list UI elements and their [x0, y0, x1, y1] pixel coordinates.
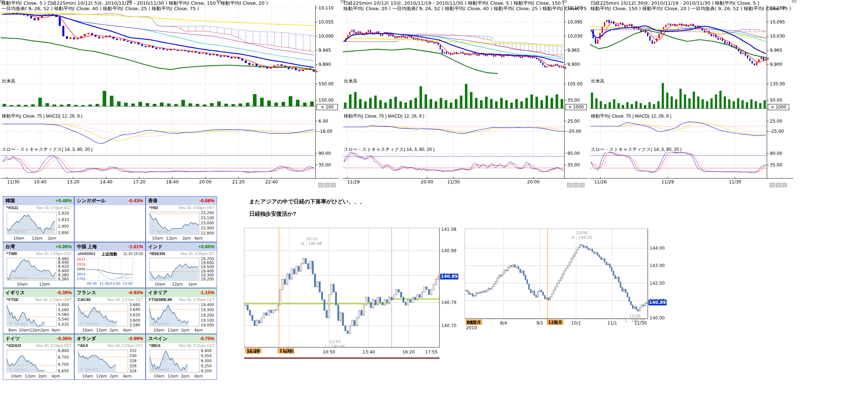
time-axis-label: 9:10 — [284, 350, 294, 355]
last-price-marker — [767, 58, 769, 59]
time-axis-label: 9/1 — [536, 321, 543, 326]
value-axis-label: 35.00 — [770, 162, 782, 168]
last-price-marker — [565, 67, 566, 69]
scrollbar-button[interactable] — [580, 183, 584, 187]
market-cell-^IBEX[interactable]: スペイン-0.75%^IBEXNov 30, 3:21pm CET© Yahoo… — [146, 334, 217, 380]
technical-chart-canvas[interactable]: 11/2611/2911/3010,16010,09510,0309,9659,… — [590, 0, 793, 192]
volume-bar — [680, 89, 682, 109]
volume-bar — [475, 98, 477, 109]
volume-bar — [644, 105, 646, 109]
volume-bar — [719, 91, 722, 109]
mini-y-label: 326 — [129, 364, 137, 368]
market-name: 台湾 — [5, 242, 15, 251]
value-axis-label: 10,095 — [567, 20, 583, 25]
mini-y-label: 6,750 — [58, 355, 69, 359]
scrollbar-button[interactable] — [573, 183, 578, 187]
volume-bar — [693, 92, 695, 109]
mini-y-label: 19,600 — [201, 261, 214, 265]
market-cell-シンガポール[interactable]: シンガポール-0.43% — [74, 196, 146, 242]
mini-x-label: 4pm — [51, 328, 60, 332]
scrollbar-button[interactable] — [567, 183, 572, 187]
market-cell-sh000001[interactable]: 中国 上海-1.61%sh000001上证指数11-30 15:00297129… — [74, 242, 146, 288]
market-cell-header: インド+0.60% — [146, 242, 217, 251]
volume-bar — [710, 98, 713, 109]
yahoo-watermark: © Yahoo! — [151, 321, 170, 326]
volume-bar — [515, 99, 518, 109]
volume-bar — [626, 102, 629, 109]
mini-y-label: 19,200 — [201, 313, 214, 317]
market-cell-header: 中国 上海-1.61% — [75, 242, 145, 251]
volume-bar — [648, 102, 651, 109]
volume-bar — [296, 100, 300, 106]
volume-bar — [110, 96, 113, 106]
daily-price-chart[interactable]: 144.00143.00142.00141.00140.00140.8910/0… — [463, 226, 688, 346]
sina-y-label: 2814 — [77, 272, 85, 276]
market-cell-^KS11[interactable]: 韓国+0.48%^KS11Nov 30, 2:56pm KST© Yahoo!1… — [3, 196, 74, 242]
market-cell-FTSEMIB.MI[interactable]: イタリア-1.15%FTSEMIB.MINov 30, 3:38pm CET© … — [146, 288, 217, 334]
volume-bar — [430, 99, 432, 109]
mini-y-label: 324 — [129, 369, 137, 373]
volume-bar — [24, 105, 28, 106]
market-cell-^BSESN[interactable]: インド+0.60%^BSESNNov 30, 3:30pm IST© Yahoo… — [146, 242, 217, 288]
intraday-price-chart[interactable]: 141.08140.99140.79140.70140.8910:10H : 1… — [243, 224, 482, 369]
mini-x-label: 12pm — [167, 374, 178, 378]
scrollbar-button[interactable] — [782, 183, 787, 187]
yahoo-watermark: © Yahoo! — [151, 367, 170, 372]
market-cell-^TWII[interactable]: 台湾+0.06%^TWIINov 30, 1:29pm CST© Yahoo!8… — [3, 242, 74, 288]
time-axis-label: 16:20 — [402, 350, 415, 355]
price-axis-label: 140.99 — [441, 248, 456, 253]
annotation-time: 10:10 — [306, 237, 317, 241]
mini-chart: © Yahoo!8,4608,4408,4208,4008,3808,36010… — [3, 257, 74, 288]
nikkei225mini-30min-chart-panel[interactable]: 日経225mini 10/12( 30分, 2010/11/19 - 2010/… — [590, 0, 793, 192]
mini-chart: © Yahoo!19,70019,60019,50019,40019,30019… — [146, 257, 217, 288]
mini-chart: © Yahoo!6,8006,7506,7006,65010am12pm2pm4… — [3, 349, 74, 380]
market-cell-^GDAXI[interactable]: ドイツ-0.36%^GDAXINov 30, 3:23pm CET© Yahoo… — [3, 334, 74, 380]
value-axis-label: 35.00 — [567, 98, 580, 103]
time-axis-label: 11/29 — [662, 179, 674, 185]
nikkei225mini-15min-chart-panel[interactable]: 日経225mini 10/12( 15分, 2010/11/19 - 2010/… — [343, 0, 589, 192]
yahoo-watermark: © Yahoo! — [151, 275, 170, 280]
market-name: スペイン — [148, 334, 167, 343]
mini-chart: © Yahoo!19,40019,30019,20019,10019,00010… — [146, 303, 217, 334]
symbol-row: ^KS11Nov 30, 2:56pm KST — [3, 205, 74, 211]
mini-y-label: 5,580 — [58, 308, 69, 312]
value-axis-label: 10,160 — [770, 5, 785, 10]
volume-bar — [715, 94, 717, 109]
scrollbar-button[interactable] — [325, 183, 329, 187]
volume-bar — [210, 103, 214, 106]
mini-x-label: 10am — [154, 374, 164, 378]
sina-y-label: 2971 — [77, 257, 85, 261]
market-cell-CAC40[interactable]: フランス-0.93%CAC40Nov 30, 3:37pm CET© Yahoo… — [74, 288, 146, 334]
time-axis-label: 20:00 — [421, 179, 433, 185]
scrollbar-button[interactable] — [770, 183, 775, 187]
volume-bar — [131, 103, 135, 106]
mini-y-label: 8,400 — [58, 268, 69, 273]
volume-bar — [196, 104, 199, 106]
technical-chart-canvas[interactable]: 11/3010:4013:2014:4017:2018:4020:0021:20… — [1, 0, 339, 192]
market-cell-^FTSE[interactable]: イギリス-0.39%^FTSENov 30, 2:23pm GMT© Yahoo… — [3, 288, 74, 334]
mini-y-label: 8,380 — [58, 273, 69, 277]
volume-bar — [253, 94, 256, 106]
mini-y-label: 332 — [129, 348, 137, 353]
value-axis-label: 90.00 — [770, 151, 782, 156]
scrollbar-button[interactable] — [776, 183, 781, 187]
technical-chart-canvas[interactable]: 11/2920:0011/3020:0010,16010,09510,0309,… — [343, 0, 589, 192]
market-name: 韓国 — [5, 196, 15, 205]
value-axis-label: 10,055 — [318, 20, 334, 25]
scrollbar-button[interactable] — [331, 183, 335, 187]
range-scrollbar[interactable] — [244, 357, 439, 359]
market-cell-^AEX[interactable]: オランダ-0.99%^AEXNov 30, 3:22pm CET© Yahoo!… — [74, 334, 146, 380]
time-axis-label: 11/1 — [608, 321, 617, 326]
annotation-price: L : 140.66 — [325, 344, 345, 349]
market-cell-^HSI[interactable]: 香港-0.68%^HSINov 30, 4:00pm HKT© Yahoo!23… — [146, 196, 217, 242]
scrollbar-button[interactable] — [318, 183, 323, 187]
volume-bar — [224, 104, 228, 106]
volume-bar — [556, 94, 558, 109]
mini-y-label: 1,900 — [58, 224, 69, 228]
trading-screenshot-collage: { "pane_labels": { "volume": "出来高", "mac… — [0, 0, 868, 398]
mini-y-label: 3,620 — [129, 313, 140, 317]
mini-x-label: 12pm — [96, 374, 107, 378]
volume-bar — [520, 101, 523, 108]
annotation-price: H : 140.98 — [301, 241, 322, 246]
nikkei225mini-5min-chart-panel[interactable]: 移動平均( Close, 5 ) 日経225mini 10/12( 5分, 20… — [1, 0, 339, 192]
